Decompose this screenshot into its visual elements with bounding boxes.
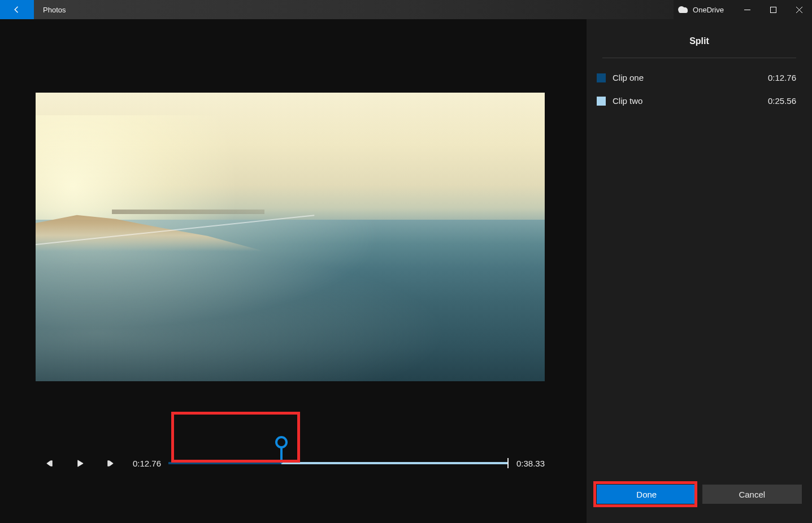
split-sidebar: Split Clip one 0:12.76 Clip two 0:25.56 … bbox=[587, 19, 812, 523]
split-handle[interactable] bbox=[275, 436, 288, 463]
arrow-left-icon bbox=[12, 5, 22, 15]
svg-rect-1 bbox=[51, 460, 52, 465]
split-handle-ring-icon bbox=[275, 436, 288, 448]
split-timeline[interactable] bbox=[168, 446, 509, 480]
play-icon bbox=[76, 459, 84, 468]
playback-controls: 0:12.76 0:38.33 bbox=[36, 446, 545, 480]
sidebar-title: Split bbox=[587, 19, 812, 58]
sidebar-divider bbox=[602, 58, 796, 58]
minimize-button[interactable] bbox=[734, 0, 760, 19]
frame-back-button[interactable] bbox=[36, 452, 63, 474]
current-time: 0:12.76 bbox=[133, 459, 166, 468]
sidebar-buttons: Done Cancel bbox=[587, 485, 812, 504]
titlebar: Photos OneDrive bbox=[0, 0, 812, 19]
clip-two-duration: 0:25.56 bbox=[768, 96, 796, 106]
preview-horizon bbox=[112, 210, 264, 214]
timeline-track-clip1 bbox=[168, 462, 281, 464]
clip-row-one[interactable]: Clip one 0:12.76 bbox=[587, 66, 812, 89]
cloud-icon bbox=[678, 6, 688, 13]
cancel-button[interactable]: Cancel bbox=[702, 485, 802, 504]
maximize-icon bbox=[770, 7, 776, 13]
video-preview[interactable] bbox=[36, 93, 545, 381]
onedrive-label: OneDrive bbox=[693, 6, 724, 14]
main-area: 0:12.76 0:38.33 Split Clip one 0:12.76 bbox=[0, 19, 812, 523]
close-button[interactable] bbox=[786, 0, 812, 19]
close-icon bbox=[796, 7, 802, 13]
maximize-button[interactable] bbox=[760, 0, 786, 19]
clip-two-swatch-icon bbox=[597, 97, 606, 106]
onedrive-indicator[interactable]: OneDrive bbox=[674, 0, 734, 19]
play-button[interactable] bbox=[66, 452, 93, 474]
step-back-icon bbox=[45, 459, 54, 468]
timeline-end-marker bbox=[507, 458, 509, 468]
step-forward-icon bbox=[106, 459, 115, 468]
total-time: 0:38.33 bbox=[516, 459, 545, 468]
split-handle-stem-icon bbox=[280, 447, 283, 463]
clip-two-label: Clip two bbox=[613, 96, 768, 106]
done-button[interactable]: Done bbox=[597, 485, 697, 504]
clip-one-label: Clip one bbox=[613, 73, 768, 82]
clip-one-swatch-icon bbox=[597, 73, 606, 82]
back-button[interactable] bbox=[0, 0, 34, 19]
clip-one-duration: 0:12.76 bbox=[768, 73, 796, 82]
svg-rect-2 bbox=[107, 460, 108, 465]
app-title: Photos bbox=[34, 0, 674, 19]
clip-row-two[interactable]: Clip two 0:25.56 bbox=[587, 89, 812, 112]
editor-pane: 0:12.76 0:38.33 bbox=[0, 19, 587, 523]
frame-forward-button[interactable] bbox=[97, 452, 124, 474]
minimize-icon bbox=[744, 7, 750, 13]
svg-rect-0 bbox=[770, 7, 776, 12]
